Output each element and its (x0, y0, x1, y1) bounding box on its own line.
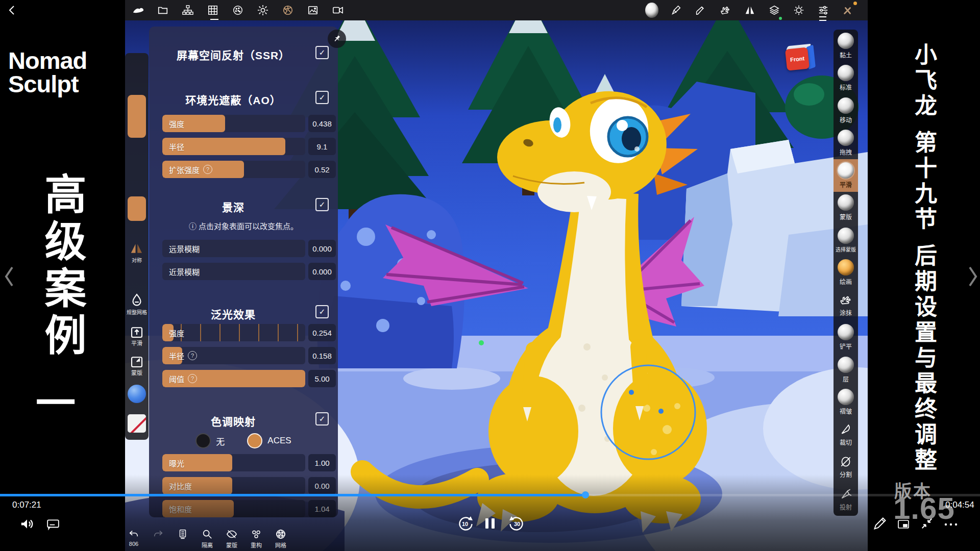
radio-circle-selected[interactable] (247, 433, 262, 448)
pin-panel-button[interactable] (328, 30, 346, 48)
help-icon[interactable]: ? (188, 374, 197, 383)
rebuild-button[interactable]: 重构 (248, 529, 265, 551)
mask-visibility-button[interactable]: 蒙版 (223, 529, 240, 551)
adjustments-sliders-icon[interactable] (817, 4, 830, 17)
redo-button[interactable] (150, 529, 167, 551)
pen-pressure-icon[interactable] (670, 4, 683, 17)
ao-checkbox[interactable]: ✓ (315, 91, 329, 104)
tool-move[interactable]: 移动 (834, 94, 858, 127)
lighting-sun-icon[interactable] (256, 4, 270, 17)
wireframe-button[interactable]: 网格 (272, 529, 289, 551)
clay-brush-icon (838, 33, 854, 49)
tool-drag[interactable]: 拖拽 (834, 127, 858, 160)
subtitles-button[interactable] (46, 517, 60, 531)
forward-30-button[interactable]: 30 (508, 515, 526, 533)
pushpin-icon (332, 34, 341, 43)
ssr-checkbox[interactable]: ✓ (315, 46, 329, 59)
volume-button[interactable] (19, 516, 35, 532)
slider-ao-radius[interactable]: 半径 9.1 (162, 138, 336, 155)
slider-dof-far-blur[interactable]: 远景模糊 0.000 (162, 240, 336, 257)
help-icon[interactable]: ? (188, 351, 197, 360)
files-folder-icon[interactable] (156, 4, 169, 17)
no-texture-swatch[interactable] (128, 414, 146, 433)
fullscreen-toggle-button[interactable] (920, 516, 934, 531)
slider-exposure[interactable]: 曝光 1.00 (162, 454, 336, 471)
scene-graph-icon[interactable] (181, 4, 194, 17)
redo-icon (153, 529, 164, 540)
more-options-button[interactable] (943, 520, 959, 529)
slider-track[interactable]: 近景模糊 (162, 263, 305, 280)
radio-circle[interactable] (195, 433, 211, 448)
brush-intensity-slider[interactable] (128, 196, 146, 221)
rewind-10-button[interactable]: 10 (456, 515, 474, 533)
tonemap-checkbox[interactable]: ✓ (315, 412, 329, 425)
tool-mask[interactable]: 蒙版 (834, 192, 858, 224)
remesh-drop-icon[interactable] (129, 293, 144, 308)
layers-icon[interactable] (768, 4, 781, 17)
mask-square-icon[interactable] (129, 354, 144, 369)
material-sphere-icon[interactable] (645, 4, 658, 17)
danmaku-edit-button[interactable] (873, 516, 887, 531)
pip-button[interactable] (896, 518, 911, 531)
undo-button[interactable]: 806 (125, 529, 142, 551)
slider-bloom-threshold[interactable]: 阈值? 5.00 (162, 370, 336, 387)
slider-track[interactable]: 扩张强度? (162, 161, 305, 178)
slider-track[interactable]: 强度 (162, 324, 305, 341)
radio-tonemap-aces[interactable]: ACES (247, 433, 291, 448)
slider-track[interactable]: 远景模糊 (162, 240, 305, 257)
video-progress-bar[interactable] (0, 494, 980, 496)
paintbrush-icon[interactable] (694, 4, 707, 17)
cube-front-face[interactable]: Front (785, 47, 810, 70)
radio-tonemap-none[interactable]: 无 (195, 433, 225, 448)
pause-button[interactable] (484, 517, 496, 530)
tool-flatten[interactable]: 铲平 (834, 321, 858, 354)
slider-ao-strength[interactable]: 强度 0.438 (162, 115, 336, 132)
topology-grid-icon[interactable] (206, 4, 219, 17)
bloom-checkbox[interactable]: ✓ (315, 305, 329, 318)
tool-label: 标准 (840, 83, 852, 91)
slider-label: 阈值? (169, 370, 197, 387)
symmetry-icon[interactable] (129, 241, 144, 256)
slider-track[interactable]: 曝光 (162, 454, 305, 471)
settings-gear-icon[interactable] (792, 4, 805, 17)
dof-checkbox[interactable]: ✓ (315, 198, 329, 211)
tool-select-mask[interactable]: 选择蒙版 (834, 224, 858, 257)
tool-smudge[interactable]: 涂抹 (834, 289, 858, 321)
debug-tools-icon[interactable] (841, 4, 854, 17)
prev-chevron[interactable] (2, 264, 16, 291)
isolate-button[interactable]: 隔离 (199, 529, 216, 551)
mirror-symmetry-icon[interactable] (743, 4, 756, 17)
tool-smooth-active[interactable]: 平滑 (834, 159, 858, 192)
tool-standard[interactable]: 标准 (834, 62, 858, 95)
nomad-logo-icon[interactable] (131, 4, 144, 17)
slider-dof-near-blur[interactable]: 近景模糊 0.000 (162, 263, 336, 280)
help-icon[interactable]: ? (203, 165, 212, 174)
matcap-material-icon[interactable] (231, 4, 244, 17)
hand-gesture-icon[interactable] (719, 4, 732, 17)
video-progress-knob[interactable] (582, 491, 589, 498)
back-arrow-icon[interactable] (6, 4, 18, 18)
brush-radius-slider[interactable] (128, 95, 146, 138)
history-list-button[interactable] (174, 529, 191, 551)
camera-video-icon[interactable] (331, 4, 345, 17)
slider-bloom-radius[interactable]: 半径? 0.158 (162, 347, 336, 364)
slider-track[interactable]: 半径 (162, 138, 305, 155)
slider-track[interactable]: 阈值? (162, 370, 305, 387)
tool-clay[interactable]: 黏土 (834, 30, 858, 62)
tool-paint[interactable]: 绘画 (834, 257, 858, 289)
paint-color-sphere[interactable] (128, 385, 146, 403)
smooth-square-icon[interactable] (129, 324, 144, 340)
next-chevron[interactable] (966, 264, 980, 291)
slider-track[interactable]: 强度 (162, 115, 305, 132)
slider-ao-spread[interactable]: 扩张强度? 0.52 (162, 161, 336, 178)
slider-track[interactable]: 半径? (162, 347, 305, 364)
layer-brush-icon (838, 357, 854, 373)
orientation-cube[interactable]: Front (785, 45, 816, 72)
tool-crease[interactable]: 褶皱 (834, 386, 858, 419)
background-image-icon[interactable] (306, 4, 320, 17)
postprocess-aperture-icon[interactable] (281, 4, 295, 17)
tool-trim[interactable]: 裁切 (834, 418, 858, 451)
episode-line1: 小飞龙 (908, 43, 940, 119)
tool-layer[interactable]: 层 (834, 354, 858, 386)
slider-bloom-strength[interactable]: 强度 0.254 (162, 324, 336, 341)
